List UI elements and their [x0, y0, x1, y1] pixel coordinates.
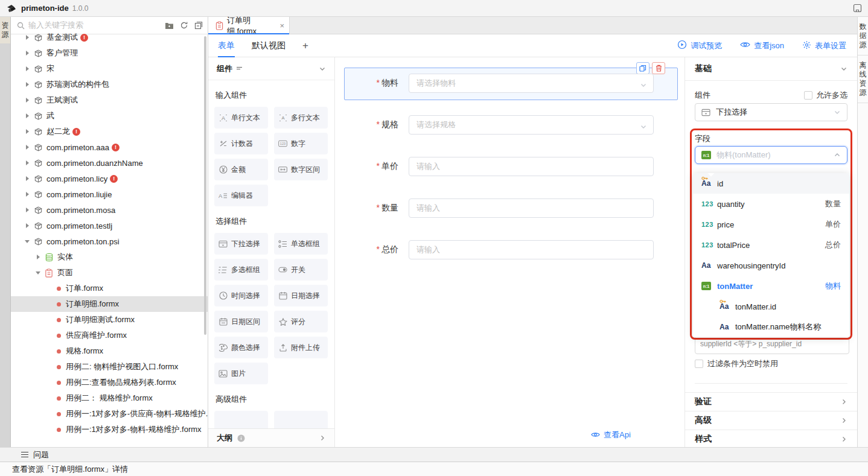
tree-item[interactable]: 订单明细测试.formx: [11, 312, 208, 328]
problems-bar[interactable]: 问题: [0, 447, 868, 462]
add-view-button[interactable]: +: [302, 40, 308, 52]
palette-component-button[interactable]: 数字区间: [274, 159, 328, 180]
tree-item[interactable]: com.primeton.licy!: [11, 171, 208, 186]
tree-item[interactable]: 规格.formx: [11, 343, 208, 359]
palette-component-button[interactable]: 单选框组: [274, 233, 328, 255]
tree-item[interactable]: 订单明细.formx: [11, 296, 208, 312]
chevron-right-icon[interactable]: [24, 113, 30, 119]
chevron-right-icon[interactable]: [24, 34, 30, 40]
chevron-down-icon[interactable]: [35, 270, 41, 276]
field-select[interactable]: n:1 物料(tonMatter): [695, 146, 847, 164]
delete-component-button[interactable]: [652, 62, 665, 74]
palette-component-button[interactable]: A多行文本: [274, 107, 328, 129]
tree-item[interactable]: 订单.formx: [11, 281, 208, 296]
field-option[interactable]: n:1tonMatter物料: [693, 276, 849, 296]
section-2-header[interactable]: 样式: [685, 430, 857, 448]
tree-item[interactable]: com.primeton.aaa!: [11, 139, 208, 155]
palette-header[interactable]: 组件: [208, 57, 334, 80]
rail-tab-datasource[interactable]: 数据源: [858, 17, 868, 56]
chevron-right-icon[interactable]: [24, 66, 30, 72]
section-basic-header[interactable]: 基础: [685, 57, 857, 81]
tree-item[interactable]: 基金测试!: [11, 30, 208, 45]
tree-item[interactable]: 用例二: 物料维护视图入口.formx: [11, 359, 208, 375]
subtab-1[interactable]: 默认视图: [252, 40, 286, 51]
field-select[interactable]: 请选择规格: [409, 115, 654, 135]
palette-component-button[interactable]: A单行文本: [214, 107, 268, 129]
palette-component-button[interactable]: 图片: [214, 363, 268, 384]
chevron-right-icon[interactable]: [24, 81, 30, 87]
copy-component-button[interactable]: [636, 62, 649, 74]
palette-component-button[interactable]: 日期区间: [214, 311, 268, 332]
tree-item[interactable]: com.primeton.ton.psi: [11, 233, 208, 249]
tab-order-detail-formx[interactable]: 订单明细.formx ×: [208, 17, 290, 34]
chevron-right-icon[interactable]: [24, 144, 30, 150]
rail-tab-offline-resource[interactable]: 离线资源: [858, 56, 868, 103]
chevron-right-icon[interactable]: [24, 207, 30, 213]
tree-item[interactable]: com.primeton.testlj: [11, 218, 208, 233]
chevron-down-icon[interactable]: [24, 238, 30, 244]
form-settings-button[interactable]: 表单设置: [802, 40, 846, 51]
close-icon[interactable]: ×: [279, 21, 284, 30]
outline-bar[interactable]: 大纲: [208, 428, 335, 447]
new-folder-icon[interactable]: [165, 22, 174, 30]
palette-component-button[interactable]: 时间选择: [214, 285, 268, 306]
tree-item[interactable]: 用例一:1对多对多-物料-规格维护.formx: [11, 422, 208, 437]
tree-item[interactable]: 苏瑞测试的构件包: [11, 77, 208, 92]
palette-component-button[interactable]: [274, 411, 328, 428]
field-select[interactable]: 请选择物料: [409, 74, 654, 93]
chevron-right-icon[interactable]: [24, 223, 30, 229]
tree-item[interactable]: com.primeton.liujie: [11, 186, 208, 202]
palette-component-button[interactable]: [214, 411, 268, 428]
tree-item[interactable]: 赵二龙!: [11, 124, 208, 139]
tree-item[interactable]: 页面: [11, 265, 208, 281]
field-input[interactable]: 请输入: [409, 198, 654, 218]
form-field-row[interactable]: *物料请选择物料: [335, 74, 654, 93]
form-field-row[interactable]: *总价请输入: [335, 240, 654, 259]
chevron-right-icon[interactable]: [24, 191, 30, 197]
tree-item[interactable]: 宋: [11, 61, 208, 77]
chevron-down-icon[interactable]: [319, 65, 326, 72]
allow-multi-select-checkbox[interactable]: 允许多选: [804, 90, 847, 101]
section-0-header[interactable]: 验证: [685, 392, 857, 411]
palette-component-button[interactable]: 日期选择: [274, 285, 328, 306]
filter-empty-disable-checkbox[interactable]: 过滤条件为空时禁用: [695, 358, 778, 369]
section-1-header[interactable]: 高级: [685, 411, 857, 430]
view-json-button[interactable]: 查看json: [740, 40, 784, 51]
component-type-select[interactable]: 下拉选择: [695, 103, 847, 121]
palette-component-button[interactable]: 123数字: [274, 133, 328, 154]
tree-item[interactable]: 供应商维护.formx: [11, 328, 208, 343]
form-field-row[interactable]: *单价请输入: [335, 157, 654, 176]
field-option[interactable]: Aaid: [693, 173, 849, 194]
filter-condition-textarea[interactable]: supplierId <等于> p_supplier_id: [695, 336, 849, 354]
tree-item[interactable]: 武: [11, 108, 208, 124]
palette-component-button[interactable]: 附件上传: [274, 337, 328, 358]
subtab-0[interactable]: 表单: [218, 40, 235, 51]
debug-preview-button[interactable]: 调试预览: [677, 40, 722, 51]
field-option[interactable]: 123price单价: [693, 214, 849, 235]
window-layout-icon[interactable]: [853, 4, 862, 13]
tree-item[interactable]: 王斌测试: [11, 92, 208, 108]
chevron-right-icon[interactable]: [24, 176, 30, 182]
chevron-right-icon[interactable]: [24, 50, 30, 56]
view-api-link[interactable]: 查看Api: [591, 430, 631, 440]
palette-component-button[interactable]: 下拉选择: [214, 233, 268, 255]
palette-component-button[interactable]: 多选框组: [214, 259, 268, 281]
tree-item[interactable]: com.primeton.duanzhName: [11, 155, 208, 171]
palette-component-button[interactable]: 金额: [214, 159, 268, 180]
refresh-icon[interactable]: [180, 21, 188, 30]
form-field-row[interactable]: *规格请选择规格: [335, 115, 654, 135]
field-input[interactable]: 请输入: [409, 240, 654, 259]
field-option[interactable]: AatonMatter.name物料名称: [693, 317, 849, 337]
field-option[interactable]: 123totalPrice总价: [693, 235, 849, 255]
palette-component-button[interactable]: 开关: [274, 259, 328, 281]
palette-component-button[interactable]: A编辑器: [214, 185, 268, 206]
field-option[interactable]: AatonMatter.id: [693, 296, 849, 317]
tree-item[interactable]: 实体: [11, 249, 208, 265]
tree-item[interactable]: 客户管理: [11, 45, 208, 61]
tree-item[interactable]: com.primeton.mosa: [11, 202, 208, 218]
field-option[interactable]: AawarehousingentryId: [693, 255, 849, 276]
palette-component-button[interactable]: 颜色选择: [214, 337, 268, 358]
chevron-right-icon[interactable]: [24, 129, 30, 135]
tree-item[interactable]: 用例一:1对多对多-供应商-物料-规格维护.formx: [11, 406, 208, 422]
form-field-row[interactable]: *数量请输入: [335, 198, 654, 218]
